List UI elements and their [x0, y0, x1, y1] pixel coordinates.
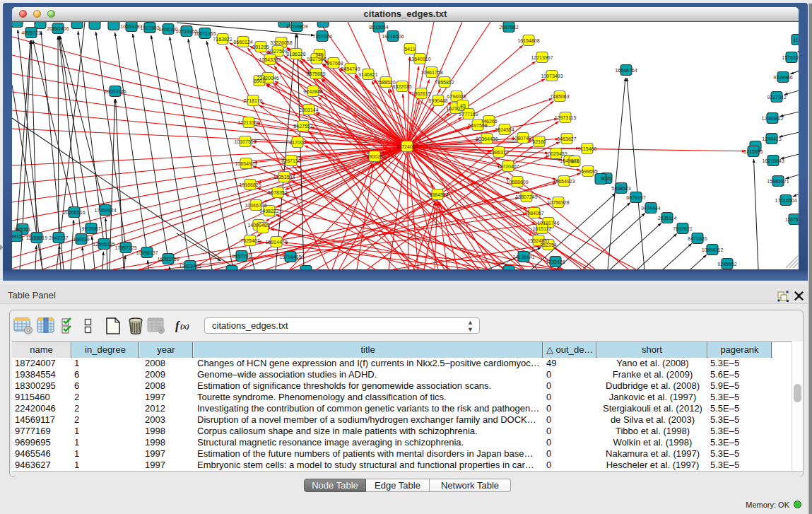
svg-text:9474444: 9474444	[641, 206, 660, 211]
svg-text:8322035: 8322035	[392, 84, 411, 89]
svg-text:13640910: 13640910	[408, 57, 430, 62]
svg-text:6497568: 6497568	[468, 123, 487, 128]
svg-text:20691406: 20691406	[47, 26, 69, 31]
svg-text:9327509: 9327509	[268, 49, 287, 54]
svg-text:20206516: 20206516	[63, 210, 85, 215]
svg-text:5419: 5419	[404, 47, 416, 52]
svg-text:9115460: 9115460	[578, 146, 597, 151]
svg-text:1575107: 1575107	[782, 55, 799, 60]
svg-text:885061: 885061	[14, 227, 30, 232]
svg-text:1167539: 1167539	[785, 217, 799, 222]
svg-text:7986372: 7986372	[489, 150, 508, 155]
svg-text:1362615: 1362615	[411, 91, 430, 96]
svg-text:16782759: 16782759	[157, 257, 179, 262]
svg-text:16914479: 16914479	[265, 240, 287, 245]
svg-text:10120746: 10120746	[537, 221, 559, 226]
svg-text:12923405: 12923405	[179, 264, 201, 269]
svg-text:10025433: 10025433	[545, 151, 567, 156]
svg-text:10973493: 10973493	[541, 74, 563, 78]
svg-text:15716485: 15716485	[279, 255, 301, 259]
svg-text:10543382: 10543382	[259, 57, 281, 62]
svg-text:2967608: 2967608	[324, 61, 343, 66]
svg-text:16210643: 16210643	[762, 158, 784, 163]
svg-text:18807249: 18807249	[515, 194, 537, 199]
svg-text:17957225: 17957225	[114, 245, 136, 250]
svg-text:134519: 134519	[73, 237, 89, 242]
svg-text:1527602: 1527602	[140, 25, 159, 30]
svg-text:15692971: 15692971	[767, 179, 789, 184]
svg-text:9242848: 9242848	[303, 89, 322, 94]
svg-text:10961758: 10961758	[420, 70, 442, 75]
svg-text:12213967: 12213967	[531, 55, 553, 60]
svg-text:252254: 252254	[540, 243, 556, 247]
svg-text:8990448: 8990448	[428, 98, 447, 103]
svg-text:8471626: 8471626	[688, 236, 707, 241]
svg-text:45: 45	[460, 103, 466, 108]
svg-text:19218506: 19218506	[382, 34, 404, 39]
svg-text:11156819: 11156819	[26, 235, 47, 240]
svg-text:14136141: 14136141	[512, 255, 534, 259]
svg-text:10688609: 10688609	[506, 180, 528, 185]
svg-text:12093822: 12093822	[761, 116, 783, 121]
svg-text:3915: 3915	[12, 234, 22, 239]
svg-text:19654923: 19654923	[553, 179, 575, 184]
svg-text:(x): (x)	[180, 322, 189, 331]
svg-text:2942737: 2942737	[49, 235, 68, 240]
svg-text:6679197: 6679197	[626, 195, 645, 200]
svg-text:317004: 317004	[289, 140, 305, 145]
svg-text:10654925: 10654925	[235, 161, 257, 166]
svg-text:8267130: 8267130	[281, 158, 300, 163]
svg-text:7163822: 7163822	[213, 37, 232, 42]
svg-text:16648764: 16648764	[615, 68, 637, 73]
svg-text:20364436: 20364436	[476, 136, 498, 141]
svg-text:8813054: 8813054	[369, 25, 388, 30]
svg-text:8660124: 8660124	[233, 40, 252, 45]
svg-text:11353594: 11353594	[273, 175, 295, 180]
svg-text:891295: 891295	[252, 45, 269, 49]
svg-text:7485063: 7485063	[550, 94, 569, 99]
svg-text:15300295: 15300295	[363, 154, 385, 159]
svg-text:14099489: 14099489	[247, 223, 269, 228]
svg-text:9463627: 9463627	[557, 136, 576, 141]
svg-text:7625402: 7625402	[240, 238, 259, 243]
svg-text:20053346: 20053346	[104, 89, 126, 94]
svg-text:8427552: 8427552	[293, 124, 312, 129]
svg-text:10958137: 10958137	[136, 250, 158, 255]
svg-text:9095: 9095	[601, 176, 612, 181]
svg-text:15720407: 15720407	[497, 164, 519, 169]
svg-text:16033809: 16033809	[286, 24, 307, 29]
svg-text:10654112: 10654112	[702, 247, 724, 252]
svg-text:9457791: 9457791	[232, 254, 251, 259]
svg-text:9777169: 9777169	[459, 112, 478, 117]
svg-text:2087682: 2087682	[499, 25, 518, 30]
svg-text:7357224: 7357224	[312, 34, 331, 39]
svg-text:9329966: 9329966	[773, 75, 792, 80]
svg-text:9975867: 9975867	[81, 226, 100, 231]
svg-text:17359924: 17359924	[94, 208, 116, 213]
svg-text:5678352: 5678352	[268, 190, 287, 195]
svg-text:8901: 8901	[254, 78, 265, 83]
svg-text:8454749: 8454749	[341, 66, 360, 71]
svg-text:9084067: 9084067	[524, 211, 543, 216]
svg-text:9245652: 9245652	[717, 262, 736, 267]
svg-text:62160: 62160	[532, 139, 546, 144]
svg-text:2718176: 2718176	[243, 98, 262, 103]
svg-text:118: 118	[793, 37, 799, 42]
svg-text:19384554: 19384554	[426, 192, 448, 197]
svg-text:9146821: 9146821	[358, 72, 377, 77]
svg-text:10756928: 10756928	[547, 200, 569, 205]
svg-text:12505135: 12505135	[93, 242, 114, 247]
svg-text:2803144: 2803144	[299, 107, 318, 112]
svg-text:7632621: 7632621	[673, 226, 692, 231]
svg-text:1244413: 1244413	[762, 136, 781, 141]
svg-text:16154808: 16154808	[517, 38, 539, 43]
svg-text:5938923: 5938923	[611, 186, 630, 191]
svg-text:1733426: 1733426	[546, 259, 565, 264]
svg-text:12973115: 12973115	[555, 115, 577, 120]
svg-text:904: 904	[570, 159, 579, 164]
svg-text:8186328: 8186328	[286, 52, 305, 57]
svg-text:1615112: 1615112	[533, 226, 552, 231]
svg-text:18724007: 18724007	[396, 144, 418, 149]
svg-text:9699695: 9699695	[578, 169, 597, 174]
svg-text:10807487: 10807487	[512, 136, 534, 141]
